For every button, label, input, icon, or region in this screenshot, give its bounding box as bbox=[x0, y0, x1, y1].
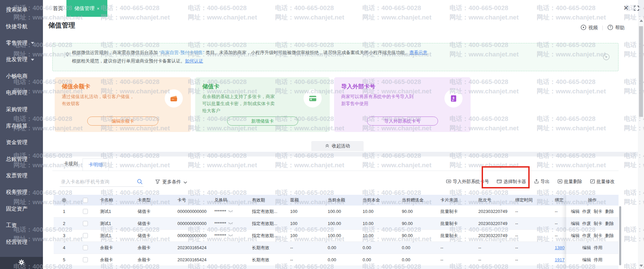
op-link[interactable]: 删除 bbox=[605, 209, 614, 215]
sidebar-item[interactable]: 库存核算 bbox=[0, 118, 43, 134]
sidebar-item-label: 经营管理 bbox=[6, 239, 28, 246]
sidebar-item[interactable]: 采购管理 bbox=[0, 101, 43, 118]
edit-balance-card-button[interactable]: 编辑余额卡 bbox=[87, 117, 158, 126]
op-link[interactable]: 编辑 bbox=[582, 257, 591, 263]
bind-count-link[interactable]: 1917 bbox=[555, 257, 565, 262]
video-button[interactable]: 视频 bbox=[581, 25, 598, 31]
row-checkbox[interactable] bbox=[83, 257, 88, 262]
select-all-checkbox[interactable] bbox=[83, 198, 88, 203]
cell-balance: 0.00 bbox=[324, 257, 359, 262]
cell-gift: 90.00 bbox=[398, 221, 436, 226]
scroll-up-arrow-icon[interactable] bbox=[640, 19, 643, 22]
cell-principal: 0.00 bbox=[359, 245, 398, 250]
sidebar-item[interactable]: 经营管理 bbox=[0, 234, 43, 250]
column-header: 面额 bbox=[286, 197, 324, 203]
notice-category-highlight: “商家自营-预付卡销售” bbox=[159, 50, 204, 55]
op-link[interactable]: 删除 bbox=[605, 233, 614, 239]
sidebar-item[interactable]: 资金管理 bbox=[0, 134, 43, 151]
row-checkbox-cell bbox=[74, 233, 96, 238]
op-link[interactable]: 作废 bbox=[582, 233, 591, 239]
op-link[interactable]: 编辑 bbox=[571, 209, 580, 215]
sidebar-item[interactable]: 税务管理 bbox=[0, 184, 43, 200]
sidebar-item[interactable]: 总账管理 bbox=[0, 151, 43, 168]
help-button[interactable]: ? 帮助 bbox=[607, 25, 625, 31]
eye-hidden-icon[interactable] bbox=[226, 233, 233, 238]
eye-hidden-icon[interactable] bbox=[226, 209, 233, 214]
eye-hidden-icon[interactable] bbox=[226, 221, 233, 226]
cell-bind_time: -- bbox=[511, 257, 551, 262]
bind-count-link[interactable]: 1380 bbox=[555, 245, 565, 250]
batch-delete-button[interactable]: 批量删除 bbox=[557, 179, 582, 185]
row-number: 3 bbox=[54, 233, 74, 238]
cell-source: 批量制卡 bbox=[436, 209, 474, 215]
cell-balance: 100.00 bbox=[324, 221, 359, 226]
cell-source: 批量制卡 bbox=[436, 221, 474, 227]
row-checkbox[interactable] bbox=[83, 233, 88, 238]
row-checkbox[interactable] bbox=[83, 221, 88, 226]
collapse-activity-button[interactable]: 收起活动 bbox=[311, 141, 364, 151]
sidebar-item[interactable]: 批发管理 bbox=[0, 51, 43, 68]
search-icon[interactable] bbox=[137, 179, 143, 186]
op-link[interactable]: 制卡 bbox=[594, 209, 602, 215]
row-checkbox[interactable] bbox=[83, 245, 88, 250]
cell-code: ******* bbox=[210, 233, 248, 238]
op-link[interactable]: 编辑 bbox=[582, 245, 591, 251]
notice-line-1: 根据微信运营规则，商家需在微信后台添加 “商家自营-预付卡销售” 类目。未添加的… bbox=[72, 48, 428, 57]
row-checkbox-cell bbox=[74, 209, 96, 214]
row-checkbox-cell bbox=[74, 257, 96, 262]
tab-label: 储值管理 bbox=[74, 5, 95, 12]
fullscreen-icon[interactable] bbox=[634, 6, 639, 12]
scroll-down-arrow-icon[interactable] bbox=[640, 265, 643, 267]
window-close-icon[interactable]: × bbox=[624, 0, 629, 17]
sidebar-item-label: 工资 bbox=[6, 222, 17, 229]
sidebar-item[interactable]: 发票管理 bbox=[0, 168, 43, 184]
cell-balance: 0.00 bbox=[324, 245, 359, 250]
how-to-certify-link[interactable]: 如何认证 bbox=[185, 58, 203, 63]
tab-card-rules[interactable]: 卡规则 bbox=[64, 161, 78, 167]
cell-gift: 90.00 bbox=[398, 209, 436, 214]
op-link[interactable]: 编辑 bbox=[571, 221, 580, 227]
select-card-maker-button[interactable]: 选择制卡器 bbox=[497, 179, 526, 185]
sidebar-menu: 搜索菜单快捷导航零售管理批发管理小畅电商电商管理采购管理库存核算资金管理总账管理… bbox=[0, 0, 43, 251]
search-input[interactable] bbox=[60, 177, 144, 187]
op-link[interactable]: 编辑 bbox=[571, 233, 580, 239]
op-link[interactable]: 作废 bbox=[582, 221, 591, 227]
add-stored-value-card-button[interactable]: 新增储值卡 bbox=[227, 117, 298, 126]
op-link[interactable]: 制卡 bbox=[594, 233, 602, 239]
import-external-system-cards-button[interactable]: 导入外部系统卡号 bbox=[446, 179, 489, 185]
sidebar-item[interactable]: 零售管理 bbox=[0, 35, 43, 51]
op-link[interactable]: 停用 bbox=[594, 257, 602, 263]
sidebar-item[interactable]: 搜索菜单 bbox=[0, 2, 43, 18]
view-example-link[interactable]: 查看示意 bbox=[410, 50, 428, 55]
table-settings-gear-icon[interactable] bbox=[54, 197, 74, 203]
op-link[interactable]: 作废 bbox=[582, 209, 591, 215]
tab-card-details[interactable]: 卡明细 bbox=[83, 159, 109, 171]
sidebar-item[interactable]: 电商管理 bbox=[0, 85, 43, 101]
sidebar-item-label: 电商管理 bbox=[6, 89, 28, 96]
export-button[interactable]: 导出 bbox=[534, 179, 550, 185]
scrollbar-thumb[interactable] bbox=[639, 26, 643, 117]
row-checkbox[interactable] bbox=[83, 209, 88, 214]
sidebar-item[interactable]: 固定资产 bbox=[0, 201, 43, 217]
chevrons-up-icon bbox=[325, 143, 329, 149]
sidebar-item[interactable]: 快捷导航 bbox=[0, 18, 43, 35]
sidebar-item[interactable]: 工资 bbox=[0, 217, 43, 234]
sidebar-item[interactable]: 小畅电商 bbox=[0, 68, 43, 85]
op-link[interactable]: 删除 bbox=[605, 221, 614, 227]
operation-row bbox=[566, 266, 619, 269]
table-row: 4余额卡余额卡202303165424长期有效--0.000.000.00---… bbox=[54, 242, 619, 254]
op-link[interactable]: 停用 bbox=[594, 245, 602, 251]
cell-card_no: 000000000000 bbox=[173, 233, 210, 238]
tickets-icon bbox=[165, 89, 183, 107]
app-window: 搜索菜单快捷导航零售管理批发管理小畅电商电商管理采购管理库存核算资金管理总账管理… bbox=[0, 0, 644, 269]
tab-stored-value-active[interactable]: 储值管理 × bbox=[66, 0, 107, 17]
more-conditions-button[interactable]: 更多条件 bbox=[155, 179, 187, 185]
batch-edit-button[interactable]: 批量修改 bbox=[590, 179, 615, 185]
table-scrollbar-thumb[interactable] bbox=[619, 206, 621, 265]
banner-dismiss-icon[interactable]: × bbox=[603, 54, 609, 60]
import-external-system-cards-button[interactable]: 导入外部系统卡号 bbox=[367, 117, 438, 126]
sidebar-settings-button[interactable] bbox=[0, 257, 43, 269]
tab-close-icon[interactable]: × bbox=[97, 6, 100, 11]
tab-home[interactable]: 首页 bbox=[48, 0, 68, 17]
op-link[interactable]: 制卡 bbox=[594, 221, 602, 227]
